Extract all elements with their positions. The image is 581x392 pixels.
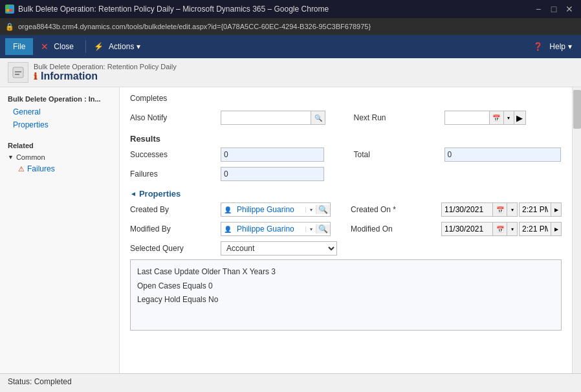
sidebar-item-properties[interactable]: Properties — [0, 118, 119, 131]
sidebar-common-label: ▼ Common — [0, 152, 119, 162]
created-on-label: Created On * — [351, 205, 441, 214]
total-col: Total — [338, 146, 562, 185]
created-by-col: Created By 👤 Philippe Guarino ▾ 🔍 — [130, 201, 335, 221]
created-by-person-icon: 👤 — [221, 206, 234, 213]
breadcrumb-texts: Bulk Delete Operation: Retention Policy … — [34, 63, 177, 82]
completes-row: Completes — [130, 90, 562, 107]
modified-by-arrow-icon[interactable]: ▾ — [305, 226, 316, 232]
url-text: orgea88443b.crm4.dynamics.com/tools/bulk… — [18, 23, 576, 30]
next-run-dropdown-button[interactable]: ▾ — [504, 111, 514, 125]
failures-input[interactable] — [221, 167, 324, 181]
scrollbar-thumb[interactable] — [573, 90, 581, 129]
sidebar-related-group: Related ▼ Common ⚠ Failures — [0, 136, 119, 175]
next-run-input[interactable] — [444, 111, 490, 125]
total-label: Total — [354, 150, 444, 159]
svg-rect-2 — [6, 9, 9, 12]
modified-by-search-button[interactable]: 🔍 — [316, 224, 330, 234]
modified-on-time-input[interactable] — [519, 222, 551, 236]
selected-query-select[interactable]: Account — [221, 241, 337, 256]
modified-on-date-input[interactable] — [441, 222, 493, 236]
toolbar-divider — [85, 40, 86, 53]
created-on-time-input[interactable] — [519, 202, 551, 217]
created-by-value: Philippe Guarino — [234, 205, 305, 214]
created-on-field: 📅 ▾ ▶ — [441, 202, 562, 217]
created-on-dropdown-button[interactable]: ▾ — [507, 202, 518, 217]
query-line-1: Last Case Update Older Than X Years 3 — [137, 265, 554, 279]
app-icon — [5, 5, 14, 14]
created-on-date-input[interactable] — [441, 202, 493, 217]
close-button[interactable]: Close — [50, 39, 78, 54]
results-section-header: Results — [130, 129, 562, 146]
created-on-time-arrow-button[interactable]: ▶ — [551, 202, 562, 217]
modified-on-dropdown-button[interactable]: ▾ — [507, 222, 518, 236]
svg-rect-5 — [15, 71, 21, 72]
next-run-calendar-button[interactable]: 📅 — [490, 111, 504, 125]
modified-by-col: Modified By 👤 Philippe Guarino ▾ 🔍 — [130, 221, 335, 240]
created-by-field: 👤 Philippe Guarino ▾ 🔍 — [221, 202, 331, 217]
failures-icon: ⚠ — [18, 165, 25, 173]
modified-by-label: Modified By — [130, 224, 221, 234]
svg-rect-1 — [10, 6, 12, 8]
vertical-scrollbar[interactable] — [572, 87, 581, 373]
also-notify-col: Also Notify 🔍 — [130, 109, 338, 129]
svg-rect-6 — [15, 74, 19, 75]
actions-button[interactable]: Actions ▾ — [105, 39, 144, 54]
help-icon: ❓ — [533, 42, 543, 51]
created-by-arrow-icon[interactable]: ▾ — [305, 207, 316, 213]
modified-on-time-arrow-button[interactable]: ▶ — [551, 222, 562, 236]
next-run-arrow-button[interactable]: ▶ — [514, 111, 526, 125]
lock-icon: 🔒 — [5, 23, 14, 31]
modified-row: Modified By 👤 Philippe Guarino ▾ 🔍 Modif… — [130, 221, 562, 240]
close-window-button[interactable]: ✕ — [563, 3, 576, 16]
svg-rect-3 — [10, 9, 12, 12]
breadcrumb-subtitle: Bulk Delete Operation: Retention Policy … — [34, 63, 177, 71]
successes-input[interactable] — [221, 147, 324, 162]
svg-rect-0 — [6, 6, 9, 8]
main-layout: Bulk Delete Operation : In... General Pr… — [0, 87, 581, 373]
minimize-button[interactable]: − — [532, 3, 545, 16]
actions-dropdown-icon: ▾ — [137, 42, 140, 51]
modified-by-field: 👤 Philippe Guarino ▾ 🔍 — [221, 222, 331, 236]
modified-by-person-icon: 👤 — [221, 226, 234, 233]
modified-on-col: Modified On 📅 ▾ ▶ — [335, 221, 562, 240]
breadcrumb-bar: Bulk Delete Operation: Retention Policy … — [0, 58, 581, 87]
sidebar-item-general[interactable]: General — [0, 105, 119, 118]
created-by-label: Created By — [130, 205, 221, 214]
file-button[interactable]: File — [5, 38, 33, 55]
successes-col: Successes Failures — [130, 146, 338, 185]
query-box: Last Case Update Older Than X Years 3 Op… — [130, 259, 562, 331]
app-toolbar: File ✕ Close ⚡ Actions ▾ ❓ Help ▾ — [0, 35, 581, 58]
created-by-search-button[interactable]: 🔍 — [316, 205, 330, 214]
properties-section-header[interactable]: ◄ Properties — [130, 185, 562, 201]
sidebar-nav-group: Bulk Delete Operation : In... General Pr… — [0, 93, 119, 131]
also-notify-field: 🔍 — [221, 111, 325, 125]
next-run-col: Next Run 📅 ▾ ▶ — [338, 109, 562, 129]
properties-triangle-icon: ◄ — [130, 190, 137, 197]
window-controls: − □ ✕ — [532, 3, 576, 16]
entity-icon — [8, 62, 28, 83]
form-section: Completes Also Notify 🔍 — [120, 87, 572, 331]
help-button[interactable]: Help ▾ — [545, 39, 576, 54]
modified-by-value: Philippe Guarino — [234, 224, 305, 234]
modified-on-label: Modified On — [351, 224, 441, 234]
query-line-2: Open Cases Equals 0 — [137, 279, 554, 294]
also-notify-next-run-row: Also Notify 🔍 Next Run 📅 — [130, 109, 562, 129]
also-notify-input[interactable] — [221, 111, 311, 125]
window-title: Bulk Delete Operation: Retention Policy … — [18, 5, 329, 14]
help-dropdown-icon: ▾ — [568, 42, 572, 51]
title-bar: Bulk Delete Operation: Retention Policy … — [0, 0, 581, 18]
failures-label: Failures — [130, 169, 221, 179]
maximize-button[interactable]: □ — [547, 3, 560, 16]
also-notify-lookup-button[interactable]: 🔍 — [311, 111, 325, 125]
sidebar-item-failures[interactable]: ⚠ Failures — [0, 162, 119, 175]
successes-label: Successes — [130, 150, 221, 159]
breadcrumb-main-title: Information — [41, 71, 98, 82]
status-bar: Status: Completed — [0, 373, 581, 389]
created-on-calendar-button[interactable]: 📅 — [493, 202, 507, 217]
total-input[interactable] — [444, 147, 561, 162]
triangle-icon: ▼ — [8, 154, 14, 160]
modified-on-calendar-button[interactable]: 📅 — [493, 222, 507, 236]
created-row: Created By 👤 Philippe Guarino ▾ 🔍 Create… — [130, 201, 562, 221]
actions-icon: ⚡ — [94, 42, 104, 51]
selected-query-label: Selected Query — [130, 244, 221, 253]
